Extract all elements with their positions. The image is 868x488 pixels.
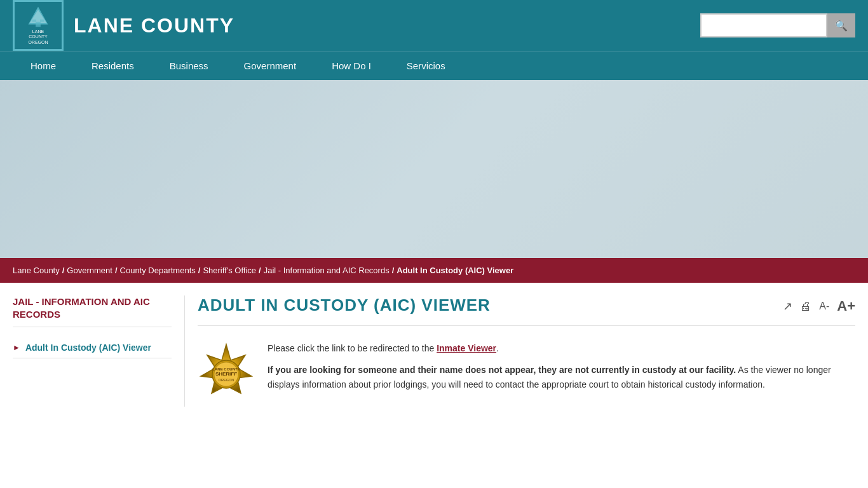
- content-text: Please click the link to be redirected t…: [268, 341, 855, 399]
- search-form: 🔍: [700, 13, 855, 37]
- logo-text: LANE COUNTY OREGON: [28, 29, 48, 45]
- intro-text: Please click the link to be redirected t…: [268, 343, 437, 353]
- sidebar: JAIL - INFORMATION AND AIC RECORDS ► Adu…: [13, 295, 184, 358]
- breadcrumb-jail-info[interactable]: Jail - Information and AIC Records: [264, 266, 390, 275]
- site-logo[interactable]: LANE COUNTY OREGON: [13, 0, 64, 51]
- svg-rect-2: [36, 22, 41, 27]
- breadcrumb-sep-1: /: [62, 266, 65, 275]
- sheriff-badge: LANE COUNTY SHERIFF OREGON: [198, 341, 255, 407]
- breadcrumb-sep-4: /: [259, 266, 261, 275]
- main-content: ADULT IN CUSTODY (AIC) VIEWER ↗︎ 🖨 A- A+: [184, 295, 855, 407]
- toolbar: ↗︎ 🖨 A- A+: [783, 295, 855, 315]
- breadcrumb: Lane County / Government / County Depart…: [0, 258, 868, 283]
- svg-rect-3: [32, 20, 36, 22]
- main-nav: Home Residents Business Government How D…: [0, 51, 868, 80]
- breadcrumb-sep-2: /: [115, 266, 118, 275]
- breadcrumb-sep-3: /: [198, 266, 201, 275]
- page-title: ADULT IN CUSTODY (AIC) VIEWER: [198, 295, 491, 315]
- share-button[interactable]: ↗︎: [783, 299, 792, 313]
- search-icon: 🔍: [835, 20, 848, 32]
- svg-text:SHERIFF: SHERIFF: [215, 371, 237, 377]
- nav-item-servicios[interactable]: Servicios: [389, 51, 463, 80]
- font-increase-button[interactable]: A+: [837, 298, 855, 315]
- nav-item-residents[interactable]: Residents: [74, 51, 152, 80]
- breadcrumb-government[interactable]: Government: [67, 266, 112, 275]
- intro-end: .: [496, 343, 499, 353]
- nav-item-business[interactable]: Business: [152, 51, 226, 80]
- bold-warning-text: If you are looking for someone and their…: [268, 365, 736, 375]
- search-button[interactable]: 🔍: [827, 13, 855, 37]
- inmate-viewer-link[interactable]: Inmate Viewer: [437, 343, 496, 353]
- svg-rect-4: [40, 20, 44, 22]
- intro-paragraph: Please click the link to be redirected t…: [268, 341, 855, 355]
- breadcrumb-current: Adult In Custody (AIC) Viewer: [397, 266, 513, 275]
- site-title: LANE COUNTY: [74, 14, 234, 37]
- page-header: ADULT IN CUSTODY (AIC) VIEWER ↗︎ 🖨 A- A+: [198, 295, 855, 326]
- hero-banner: [0, 80, 868, 258]
- print-icon: 🖨: [800, 300, 811, 313]
- sidebar-arrow-icon: ►: [13, 343, 20, 352]
- nav-item-how-do-i[interactable]: How Do I: [314, 51, 389, 80]
- sidebar-link-aic[interactable]: Adult In Custody (AIC) Viewer: [25, 342, 151, 353]
- content-wrapper: JAIL - INFORMATION AND AIC RECORDS ► Adu…: [0, 283, 868, 432]
- breadcrumb-lane-county[interactable]: Lane County: [13, 266, 60, 275]
- print-button[interactable]: 🖨: [800, 300, 811, 313]
- breadcrumb-sheriffs-office[interactable]: Sheriff's Office: [203, 266, 256, 275]
- nav-item-home[interactable]: Home: [13, 51, 74, 80]
- breadcrumb-county-departments[interactable]: County Departments: [120, 266, 196, 275]
- sidebar-title: JAIL - INFORMATION AND AIC RECORDS: [13, 295, 172, 327]
- header-left: LANE COUNTY OREGON LANE COUNTY: [13, 0, 234, 51]
- nav-item-government[interactable]: Government: [226, 51, 315, 80]
- svg-text:OREGON: OREGON: [219, 378, 234, 382]
- sidebar-item-aic[interactable]: ► Adult In Custody (AIC) Viewer: [13, 337, 172, 358]
- search-input[interactable]: [700, 13, 827, 37]
- breadcrumb-sep-5: /: [392, 266, 395, 275]
- share-icon: ↗︎: [783, 300, 792, 313]
- content-body: LANE COUNTY SHERIFF OREGON Please click …: [198, 341, 855, 407]
- font-decrease-button[interactable]: A-: [819, 301, 829, 312]
- warning-paragraph: If you are looking for someone and their…: [268, 363, 855, 391]
- site-header: LANE COUNTY OREGON LANE COUNTY 🔍: [0, 0, 868, 51]
